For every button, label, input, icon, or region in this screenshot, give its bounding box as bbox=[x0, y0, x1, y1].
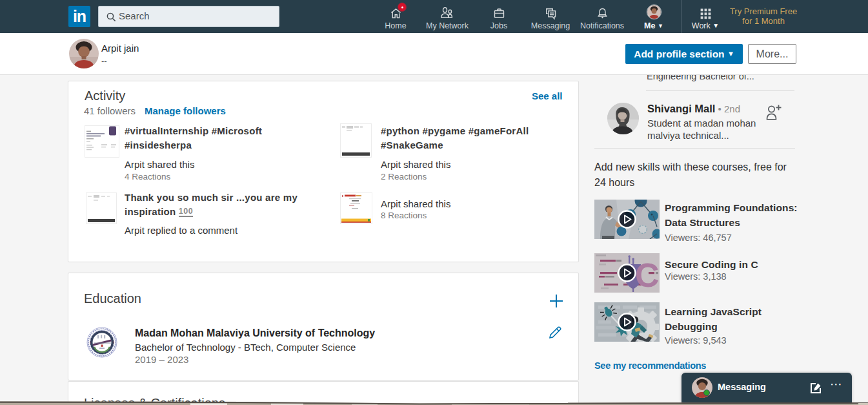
svg-text:C: C bbox=[635, 256, 660, 293]
